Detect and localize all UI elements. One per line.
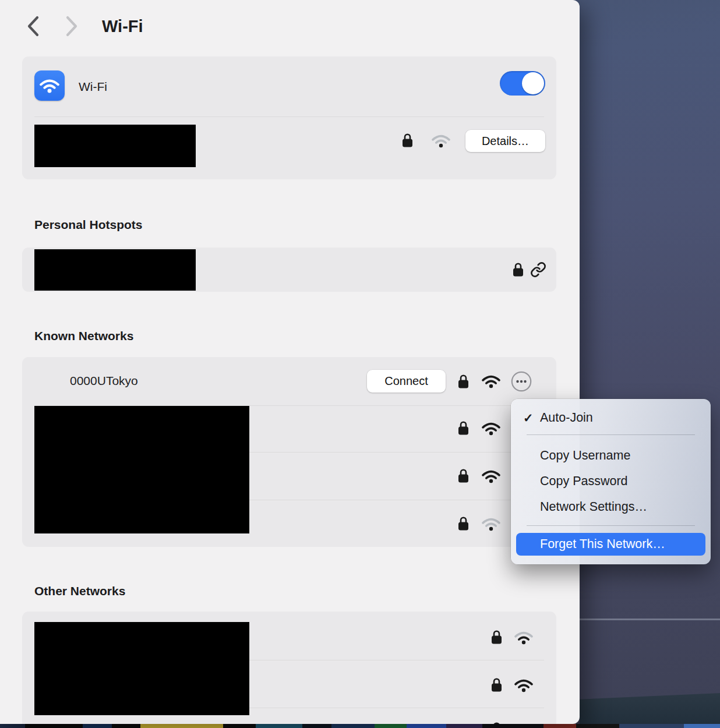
lock-icon xyxy=(457,468,470,486)
wifi-signal-icon-full xyxy=(481,374,501,391)
back-button[interactable] xyxy=(24,16,42,39)
lock-icon xyxy=(457,373,470,391)
personal-hotspots-heading: Personal Hotspots xyxy=(34,218,143,232)
lock-icon xyxy=(490,721,503,724)
forward-button[interactable] xyxy=(63,16,80,39)
menu-separator xyxy=(527,434,695,435)
lock-icon xyxy=(457,515,470,533)
wifi-app-icon xyxy=(34,70,65,101)
wallpaper-dark-band xyxy=(580,693,720,728)
checkmark-icon: ✓ xyxy=(523,411,537,425)
menu-item-network-settings[interactable]: Network Settings… xyxy=(540,500,647,514)
lock-icon xyxy=(401,132,414,150)
wifi-status-card: Wi-Fi Details… xyxy=(22,56,556,179)
settings-window: Wi-Fi Wi-Fi xyxy=(0,0,580,724)
toggle-knob xyxy=(522,72,544,94)
redacted-other-network-names xyxy=(34,622,249,715)
known-network-name: 0000UTokyo xyxy=(70,374,138,388)
lock-icon xyxy=(490,629,503,647)
other-networks-heading: Other Networks xyxy=(34,584,125,598)
connect-button[interactable]: Connect xyxy=(367,370,446,393)
wifi-signal-icon-full xyxy=(481,469,501,486)
redacted-known-network-names xyxy=(34,406,249,533)
chevron-right-icon xyxy=(64,15,79,40)
wifi-signal-icon-weak xyxy=(481,517,501,533)
more-options-button[interactable] xyxy=(511,371,532,394)
hotspot-link-icon xyxy=(517,261,546,280)
menu-item-auto-join[interactable]: Auto-Join xyxy=(540,411,593,425)
redacted-current-network-name xyxy=(34,125,196,167)
known-networks-heading: Known Networks xyxy=(34,329,133,343)
wifi-toggle-switch[interactable] xyxy=(500,71,545,96)
lock-icon xyxy=(457,420,470,438)
wifi-signal-icon-weak xyxy=(431,133,451,150)
wifi-signal-icon-medium xyxy=(514,630,534,647)
wifi-signal-icon-full xyxy=(481,421,501,438)
personal-hotspots-card xyxy=(22,248,556,292)
details-button-label: Details… xyxy=(482,135,529,148)
dock-strip[interactable] xyxy=(0,724,720,728)
wifi-signal-icon-full xyxy=(514,678,534,695)
menu-item-forget-this-network[interactable]: Forget This Network… xyxy=(516,533,705,556)
forget-network-label: Forget This Network… xyxy=(540,537,665,552)
page-title: Wi-Fi xyxy=(102,17,143,36)
known-networks-card: 0000UTokyo Connect xyxy=(22,357,556,547)
chevron-left-icon xyxy=(26,15,41,40)
menu-separator xyxy=(527,525,695,526)
wallpaper-seam xyxy=(580,619,720,620)
wifi-toggle-label: Wi-Fi xyxy=(79,80,107,94)
other-networks-card xyxy=(22,612,556,724)
redacted-hotspot-name xyxy=(34,249,196,291)
menu-item-copy-password[interactable]: Copy Password xyxy=(540,474,628,489)
network-context-menu: ✓ Auto-Join Copy Username Copy Password … xyxy=(511,399,711,564)
details-button[interactable]: Details… xyxy=(465,130,545,152)
connect-button-label: Connect xyxy=(384,374,428,388)
menu-item-copy-username[interactable]: Copy Username xyxy=(540,448,630,463)
lock-icon xyxy=(490,677,503,695)
